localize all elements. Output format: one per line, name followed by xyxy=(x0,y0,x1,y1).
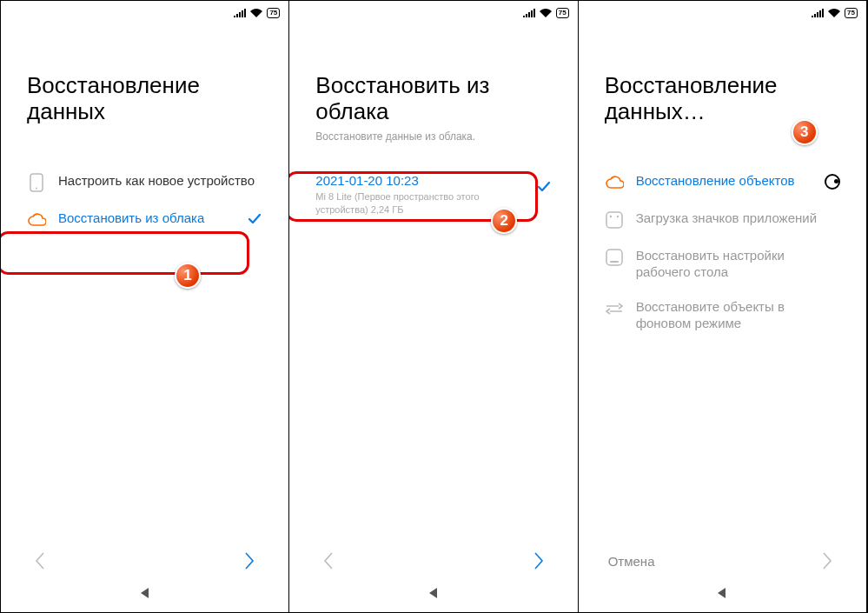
progress-item-4-label: Восстановите объекты в фоновом режиме xyxy=(636,298,840,332)
nav-back-button[interactable] xyxy=(319,551,338,570)
progress-item-1-label: Восстановление объектов xyxy=(636,172,812,190)
panel1-bottom-nav xyxy=(1,551,288,570)
step-badge-1: 1 xyxy=(175,263,201,289)
progress-item-3-label: Восстановить настройки рабочего стола xyxy=(636,247,840,281)
battery-indicator: 75 xyxy=(556,8,569,18)
status-bar: 75 xyxy=(1,1,288,25)
status-bar: 75 xyxy=(579,1,866,25)
progress-item-download-icons: Загрузка значков приложений xyxy=(605,201,840,238)
loading-spinner-icon xyxy=(825,174,840,190)
nav-forward-button[interactable] xyxy=(818,551,837,570)
wifi-icon xyxy=(540,9,552,17)
svg-rect-5 xyxy=(606,250,622,265)
system-nav xyxy=(289,577,577,612)
phone-icon xyxy=(27,173,46,192)
option-setup-label: Настроить как новое устройство xyxy=(58,172,262,190)
battery-indicator: 75 xyxy=(267,8,280,18)
cancel-button[interactable]: Отмена xyxy=(608,554,655,569)
panel-cloud-backup-list: 75 Восстановить из облака Восстановите д… xyxy=(289,1,578,612)
panel2-bottom-nav xyxy=(289,551,577,570)
panel-restore-progress: 75 Восстановление данных… 3 Восстановлен… xyxy=(579,1,867,612)
nav-back-button[interactable] xyxy=(30,551,50,570)
svg-rect-6 xyxy=(610,261,619,263)
battery-indicator: 75 xyxy=(845,8,858,18)
svg-rect-2 xyxy=(606,212,622,228)
progress-item-desktop-settings: Восстановить настройки рабочего стола xyxy=(605,238,840,290)
battery-percent: 75 xyxy=(556,8,569,18)
app-icons-icon xyxy=(605,210,624,230)
option-setup-as-new[interactable]: Настроить как новое устройство xyxy=(27,163,262,201)
progress-item-background-restore: Восстановите объекты в фоновом режиме xyxy=(605,290,840,341)
signal-icon xyxy=(523,9,535,17)
battery-percent: 75 xyxy=(845,8,858,18)
panel3-content: Восстановление данных… 3 Восстановление … xyxy=(579,25,866,577)
panel1-title: Восстановление данных xyxy=(27,73,262,125)
svg-point-4 xyxy=(616,216,618,217)
system-back-icon[interactable] xyxy=(139,587,151,603)
check-icon xyxy=(536,179,552,195)
signal-icon xyxy=(812,9,824,17)
svg-point-1 xyxy=(36,187,37,189)
signal-icon xyxy=(234,9,246,17)
panel3-title: Восстановление данных… xyxy=(605,73,840,125)
svg-point-3 xyxy=(609,216,611,217)
background-icon xyxy=(605,299,624,318)
panel-restore-choice: 75 Восстановление данных Настроить как н… xyxy=(1,1,289,612)
system-nav xyxy=(1,577,288,612)
desktop-icon xyxy=(605,248,624,267)
panel2-subtitle: Восстановите данные из облака. xyxy=(315,130,551,143)
panel1-content: Восстановление данных Настроить как ново… xyxy=(1,25,288,577)
cloud-icon xyxy=(605,173,624,192)
progress-item-2-label: Загрузка значков приложений xyxy=(636,210,840,227)
status-bar: 75 xyxy=(289,1,577,25)
panel2-title: Восстановить из облака xyxy=(315,73,551,125)
battery-percent: 75 xyxy=(267,8,280,18)
option-restore-from-cloud[interactable]: Восстановить из облака xyxy=(27,201,262,238)
progress-item-restore-objects: Восстановление объектов xyxy=(605,163,840,201)
option-cloud-label: Восстановить из облака xyxy=(58,210,235,227)
check-icon xyxy=(247,211,262,227)
system-nav xyxy=(579,577,866,612)
panel3-bottom-nav: Отмена xyxy=(579,551,866,570)
backup-entry[interactable]: 2021-01-20 10:23 Mi 8 Lite (Первое прост… xyxy=(315,167,551,221)
backup-device-info: Mi 8 Lite (Первое пространство этого уст… xyxy=(315,190,523,216)
system-back-icon[interactable] xyxy=(716,587,728,603)
panel2-content: Восстановить из облака Восстановите данн… xyxy=(289,25,577,577)
wifi-icon xyxy=(250,9,262,17)
wifi-icon xyxy=(828,9,840,17)
nav-forward-button[interactable] xyxy=(529,551,548,570)
system-back-icon[interactable] xyxy=(427,587,440,603)
backup-timestamp: 2021-01-20 10:23 xyxy=(315,172,523,190)
cloud-icon xyxy=(27,210,46,230)
nav-forward-button[interactable] xyxy=(240,551,259,570)
